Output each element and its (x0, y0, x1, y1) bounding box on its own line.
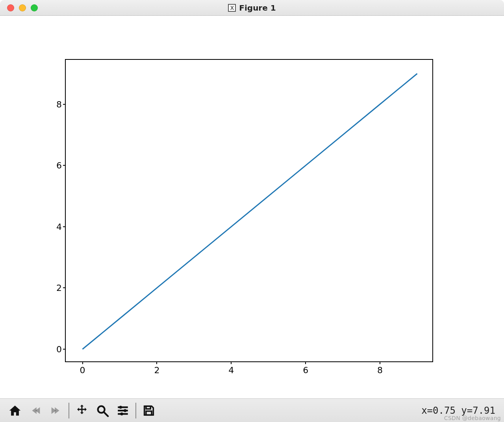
back-button[interactable] (25, 401, 46, 420)
close-window-button[interactable] (7, 4, 14, 11)
y-tick-mark (63, 349, 66, 350)
home-button[interactable] (5, 401, 25, 420)
x-tick-mark (305, 361, 306, 364)
window-titlebar: X Figure 1 (0, 0, 504, 16)
home-icon (8, 404, 22, 417)
svg-point-3 (119, 405, 122, 408)
save-figure-button[interactable] (139, 401, 159, 420)
svg-line-1 (104, 412, 108, 416)
plot-line-layer (66, 60, 432, 361)
y-tick-label: 2 (56, 283, 62, 293)
forward-button[interactable] (46, 401, 66, 420)
x-tick-mark (156, 361, 157, 364)
zoom-window-button[interactable] (31, 4, 38, 11)
y-tick-label: 0 (56, 344, 62, 354)
y-tick-mark (63, 165, 66, 166)
magnifier-icon (96, 404, 109, 417)
toolbar-separator (69, 403, 69, 418)
y-tick-mark (63, 287, 66, 288)
plot-axes: 0246802468 (65, 59, 433, 362)
y-tick-label: 4 (56, 222, 62, 231)
configure-subplots-button[interactable] (113, 401, 133, 420)
data-line (83, 74, 417, 349)
pan-button[interactable] (72, 401, 92, 420)
svg-point-7 (120, 412, 123, 415)
app-icon: X (228, 4, 236, 12)
x-tick-label: 6 (303, 365, 308, 375)
x-tick-label: 4 (228, 365, 234, 375)
svg-point-5 (124, 409, 126, 412)
minimize-window-button[interactable] (19, 4, 26, 11)
traffic-lights (0, 4, 38, 11)
cursor-coordinate-readout: x=0.75 y=7.91 (421, 405, 499, 416)
zoom-button[interactable] (92, 401, 113, 420)
toolbar-separator (135, 403, 136, 418)
arrow-left-icon (29, 404, 42, 417)
matplotlib-toolbar: x=0.75 y=7.91 (0, 398, 504, 422)
y-tick-mark (63, 104, 66, 105)
figure-canvas[interactable]: 0246802468 (0, 16, 504, 398)
arrow-right-icon (49, 404, 63, 417)
x-tick-mark (380, 361, 380, 364)
x-tick-mark (231, 361, 232, 364)
x-tick-label: 0 (80, 365, 85, 375)
move-icon (75, 403, 89, 418)
y-tick-label: 6 (56, 161, 62, 170)
save-icon (142, 404, 156, 417)
window-title: Figure 1 (239, 3, 276, 13)
x-tick-label: 2 (154, 365, 159, 375)
x-tick-label: 8 (377, 365, 383, 375)
svg-rect-8 (146, 406, 150, 409)
y-tick-mark (63, 226, 66, 227)
y-tick-label: 8 (56, 99, 62, 109)
sliders-icon (116, 404, 130, 417)
svg-rect-9 (146, 411, 152, 415)
x-tick-mark (82, 361, 83, 364)
